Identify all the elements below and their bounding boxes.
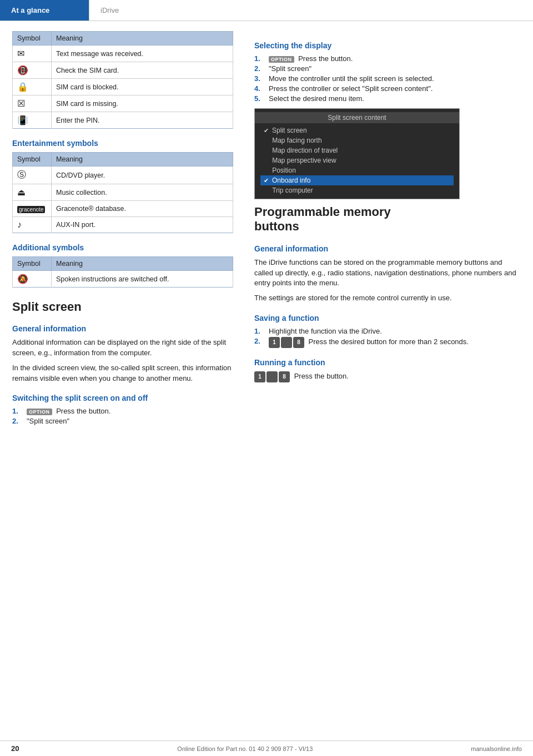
mem-btn-1: 1 bbox=[269, 337, 280, 348]
option-button-icon: OPTION bbox=[27, 409, 52, 415]
table-row: ✉ Text message was received. bbox=[13, 46, 233, 62]
right-column: Selecting the display 1. OPTION Press th… bbox=[244, 31, 533, 430]
step-content: Press the controller or select "Split sc… bbox=[269, 84, 521, 93]
step-number: 5. bbox=[254, 94, 266, 103]
phone-symbol-table: Symbol Meaning ✉ Text message was receiv… bbox=[12, 31, 233, 129]
memory-button-icon: 1 ... 8 bbox=[269, 337, 304, 348]
table-row: 🔒 SIM card is blocked. bbox=[13, 79, 233, 95]
prog-memory-heading: Programmable memorybuttons bbox=[254, 205, 521, 234]
edition-text: Online Edition for Part no. 01 40 2 909 … bbox=[177, 745, 313, 752]
selecting-steps-list: 1. OPTION Press the button. 2. "Split sc… bbox=[254, 54, 521, 103]
header-left-tab: At a glance bbox=[0, 0, 89, 21]
mem-btn-run-dots: ... bbox=[266, 371, 278, 382]
split-general-text2: In the divided screen view, the so-calle… bbox=[12, 363, 233, 384]
meaning-cell: Check the SIM card. bbox=[52, 62, 233, 79]
step-number: 2. bbox=[12, 417, 24, 425]
screenshot-title: Split screen content bbox=[255, 112, 459, 123]
mem-btn-dots: ... bbox=[281, 337, 292, 348]
table-row: Ⓢ CD/DVD player. bbox=[13, 167, 233, 184]
step-content: "Split screen" bbox=[269, 64, 521, 73]
split-screen-heading: Split screen bbox=[12, 300, 233, 314]
step-number: 1. bbox=[12, 407, 24, 415]
split-general-text1: Additional information can be displayed … bbox=[12, 337, 233, 359]
header-left-label: At a glance bbox=[11, 6, 49, 14]
brand-text: manualsonline.info bbox=[471, 745, 522, 752]
menu-item-label: Trip computer bbox=[272, 187, 313, 194]
menu-item-split-screen: ✔ Split screen bbox=[260, 125, 454, 135]
menu-item-label: Onboard info bbox=[272, 177, 310, 184]
spoken-off-icon: 🔕 bbox=[17, 274, 28, 284]
checkmark-icon: ✔ bbox=[264, 127, 269, 134]
symbol-cell: 🔒 bbox=[13, 79, 52, 95]
header-right-label: iDrive bbox=[100, 6, 119, 14]
table-row: 📳 Enter the PIN. bbox=[13, 112, 233, 129]
prog-general-heading: General information bbox=[254, 244, 521, 253]
selecting-heading: Selecting the display bbox=[254, 41, 521, 50]
saving-steps-list: 1. Highlight the function via the iDrive… bbox=[254, 327, 521, 348]
empty-check bbox=[264, 157, 269, 164]
menu-item-onboard-info: ✔ Onboard info bbox=[260, 175, 454, 185]
page-number: 20 bbox=[11, 744, 19, 753]
empty-check bbox=[264, 147, 269, 154]
meaning-cell: SIM card is blocked. bbox=[52, 79, 233, 95]
symbol-cell: gracenote bbox=[13, 201, 52, 217]
header-right-tab: iDrive bbox=[89, 0, 533, 21]
step-number: 1. bbox=[254, 54, 266, 63]
step-number: 4. bbox=[254, 84, 266, 93]
list-item: 3. Move the controller until the split s… bbox=[254, 74, 521, 83]
symbol-cell: ✉ bbox=[13, 46, 52, 62]
page-footer: 20 Online Edition for Part no. 01 40 2 9… bbox=[0, 740, 533, 756]
switching-heading: Switching the split screen on and off bbox=[12, 394, 233, 402]
table-row: gracenote Gracenote® database. bbox=[13, 201, 233, 217]
add-col2: Meaning bbox=[52, 257, 233, 271]
phone-table-col1: Symbol bbox=[13, 32, 52, 46]
sim-blocked-icon: 🔒 bbox=[17, 82, 28, 92]
gracenote-icon: gracenote bbox=[17, 206, 45, 213]
music-collection-icon: ⏏ bbox=[17, 188, 26, 197]
saving-heading: Saving a function bbox=[254, 314, 521, 322]
option-button-icon: OPTION bbox=[269, 56, 294, 63]
cdvd-icon: Ⓢ bbox=[17, 170, 26, 179]
symbol-cell: 📳 bbox=[13, 112, 52, 129]
empty-check bbox=[264, 167, 269, 174]
table-row: ⏏ Music collection. bbox=[13, 184, 233, 201]
phone-table-col2: Meaning bbox=[52, 32, 233, 46]
mem-btn-run-8: 8 bbox=[279, 371, 290, 382]
menu-item-label: Map facing north bbox=[272, 137, 321, 144]
sim-missing-icon: ☒ bbox=[17, 99, 25, 108]
additional-symbol-table: Symbol Meaning 🔕 Spoken instructions are… bbox=[12, 256, 233, 288]
envelope-icon: ✉ bbox=[17, 49, 24, 58]
mem-btn-run-1: 1 bbox=[254, 371, 265, 382]
symbol-cell: ♪ bbox=[13, 217, 52, 233]
pin-icon: 📳 bbox=[17, 115, 28, 125]
step-number: 2. bbox=[254, 337, 266, 348]
menu-item-label: Map direction of travel bbox=[272, 147, 338, 154]
menu-item-label: Map perspective view bbox=[272, 157, 336, 164]
list-item: 4. Press the controller or select "Split… bbox=[254, 84, 521, 93]
step-number: 1. bbox=[254, 327, 266, 335]
ent-col2: Meaning bbox=[52, 153, 233, 167]
table-row: ♪ AUX-IN port. bbox=[13, 217, 233, 233]
left-column: Symbol Meaning ✉ Text message was receiv… bbox=[0, 31, 244, 430]
menu-item-label: Position bbox=[272, 167, 296, 174]
list-item: 1. OPTION Press the button. bbox=[12, 407, 233, 415]
step-content: Highlight the function via the iDrive. bbox=[269, 327, 521, 335]
memory-button-run-icon: 1 ... 8 bbox=[254, 371, 290, 382]
step-number: 3. bbox=[254, 74, 266, 83]
mem-btn-8: 8 bbox=[293, 337, 304, 348]
running-text: 1 ... 8 Press the button. bbox=[254, 371, 521, 382]
split-screen-screenshot: Split screen content ✔ Split screen Map … bbox=[254, 108, 460, 199]
list-item: 1. Highlight the function via the iDrive… bbox=[254, 327, 521, 335]
step-content: 1 ... 8 Press the desired button for mor… bbox=[269, 337, 521, 348]
add-col1: Symbol bbox=[13, 257, 52, 271]
symbol-cell: Ⓢ bbox=[13, 167, 52, 184]
list-item: 2. "Split screen" bbox=[12, 417, 233, 425]
running-text-label: Press the button. bbox=[294, 372, 349, 381]
ent-col1: Symbol bbox=[13, 153, 52, 167]
list-item: 2. 1 ... 8 Press the desired button for … bbox=[254, 337, 521, 348]
switching-steps-list: 1. OPTION Press the button. 2. "Split sc… bbox=[12, 407, 233, 425]
empty-check bbox=[264, 187, 269, 194]
screenshot-menu: ✔ Split screen Map facing north Map dire… bbox=[255, 125, 459, 195]
menu-item-map-north: Map facing north bbox=[260, 135, 454, 145]
menu-item-map-perspective: Map perspective view bbox=[260, 155, 454, 165]
